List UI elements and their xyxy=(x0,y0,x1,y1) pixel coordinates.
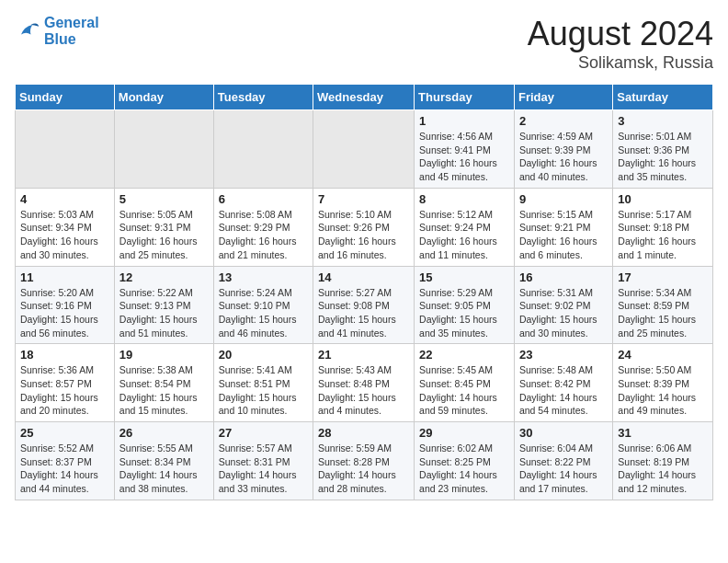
day-number: 5 xyxy=(119,192,209,206)
day-number: 7 xyxy=(318,192,409,206)
calendar-cell: 21Sunrise: 5:43 AM Sunset: 8:48 PM Dayli… xyxy=(313,344,415,422)
day-number: 19 xyxy=(119,348,209,362)
day-number: 18 xyxy=(20,348,109,362)
day-number: 27 xyxy=(219,426,308,440)
calendar-subtitle: Solikamsk, Russia xyxy=(528,53,713,73)
calendar-cell: 18Sunrise: 5:36 AM Sunset: 8:57 PM Dayli… xyxy=(16,344,115,422)
day-info: Sunrise: 5:17 AM Sunset: 9:18 PM Dayligh… xyxy=(618,208,708,262)
calendar-cell: 6Sunrise: 5:08 AM Sunset: 9:29 PM Daylig… xyxy=(213,188,313,266)
day-number: 10 xyxy=(618,192,708,206)
logo: General Blue xyxy=(15,15,99,47)
calendar-cell: 3Sunrise: 5:01 AM Sunset: 9:36 PM Daylig… xyxy=(613,110,713,189)
day-number: 6 xyxy=(219,192,308,206)
day-number: 21 xyxy=(318,348,409,362)
weekday-header-saturday: Saturday xyxy=(613,85,713,110)
day-number: 4 xyxy=(20,192,109,206)
calendar-cell: 12Sunrise: 5:22 AM Sunset: 9:13 PM Dayli… xyxy=(114,266,213,344)
day-number: 29 xyxy=(419,426,509,440)
day-info: Sunrise: 4:56 AM Sunset: 9:41 PM Dayligh… xyxy=(419,130,509,184)
calendar-cell: 19Sunrise: 5:38 AM Sunset: 8:54 PM Dayli… xyxy=(114,344,213,422)
calendar-cell: 13Sunrise: 5:24 AM Sunset: 9:10 PM Dayli… xyxy=(213,266,313,344)
day-info: Sunrise: 5:05 AM Sunset: 9:31 PM Dayligh… xyxy=(119,208,209,262)
day-info: Sunrise: 6:04 AM Sunset: 8:22 PM Dayligh… xyxy=(519,442,608,496)
calendar-cell: 15Sunrise: 5:29 AM Sunset: 9:05 PM Dayli… xyxy=(415,266,515,344)
calendar-cell: 28Sunrise: 5:59 AM Sunset: 8:28 PM Dayli… xyxy=(313,422,415,500)
calendar-cell: 1Sunrise: 4:56 AM Sunset: 9:41 PM Daylig… xyxy=(415,110,515,189)
calendar-cell: 10Sunrise: 5:17 AM Sunset: 9:18 PM Dayli… xyxy=(613,188,713,266)
day-number: 2 xyxy=(519,114,608,128)
day-info: Sunrise: 5:29 AM Sunset: 9:05 PM Dayligh… xyxy=(419,286,509,340)
calendar-cell xyxy=(16,110,115,189)
day-number: 8 xyxy=(419,192,509,206)
calendar-cell: 23Sunrise: 5:48 AM Sunset: 8:42 PM Dayli… xyxy=(514,344,612,422)
day-number: 28 xyxy=(318,426,409,440)
calendar-cell xyxy=(313,110,415,189)
logo-icon xyxy=(15,18,40,44)
calendar-cell: 7Sunrise: 5:10 AM Sunset: 9:26 PM Daylig… xyxy=(313,188,415,266)
day-info: Sunrise: 5:48 AM Sunset: 8:42 PM Dayligh… xyxy=(519,363,608,418)
day-info: Sunrise: 6:06 AM Sunset: 8:19 PM Dayligh… xyxy=(618,442,708,496)
day-info: Sunrise: 5:38 AM Sunset: 8:54 PM Dayligh… xyxy=(119,363,209,418)
day-info: Sunrise: 5:01 AM Sunset: 9:36 PM Dayligh… xyxy=(618,130,708,184)
day-info: Sunrise: 5:36 AM Sunset: 8:57 PM Dayligh… xyxy=(20,363,109,418)
day-info: Sunrise: 4:59 AM Sunset: 9:39 PM Dayligh… xyxy=(519,130,608,184)
day-number: 30 xyxy=(519,426,608,440)
day-info: Sunrise: 5:45 AM Sunset: 8:45 PM Dayligh… xyxy=(419,363,509,418)
calendar-cell: 27Sunrise: 5:57 AM Sunset: 8:31 PM Dayli… xyxy=(213,422,313,500)
weekday-header-wednesday: Wednesday xyxy=(313,85,415,110)
day-number: 13 xyxy=(219,270,308,284)
logo-text-line1: General xyxy=(44,15,99,31)
calendar-cell: 5Sunrise: 5:05 AM Sunset: 9:31 PM Daylig… xyxy=(114,188,213,266)
day-number: 20 xyxy=(219,348,308,362)
day-info: Sunrise: 5:57 AM Sunset: 8:31 PM Dayligh… xyxy=(219,442,308,496)
calendar-week-row: 11Sunrise: 5:20 AM Sunset: 9:16 PM Dayli… xyxy=(16,266,713,344)
calendar-week-row: 4Sunrise: 5:03 AM Sunset: 9:34 PM Daylig… xyxy=(16,188,713,266)
logo-text-line2: Blue xyxy=(44,31,99,48)
calendar-cell: 29Sunrise: 6:02 AM Sunset: 8:25 PM Dayli… xyxy=(415,422,515,500)
day-info: Sunrise: 5:24 AM Sunset: 9:10 PM Dayligh… xyxy=(219,286,308,340)
day-info: Sunrise: 5:10 AM Sunset: 9:26 PM Dayligh… xyxy=(318,208,409,262)
day-number: 22 xyxy=(419,348,509,362)
day-info: Sunrise: 5:20 AM Sunset: 9:16 PM Dayligh… xyxy=(20,286,109,340)
day-number: 23 xyxy=(519,348,608,362)
day-number: 14 xyxy=(318,270,409,284)
calendar-cell xyxy=(213,110,313,189)
calendar-cell: 22Sunrise: 5:45 AM Sunset: 8:45 PM Dayli… xyxy=(415,344,515,422)
day-info: Sunrise: 5:08 AM Sunset: 9:29 PM Dayligh… xyxy=(219,208,308,262)
calendar-cell: 8Sunrise: 5:12 AM Sunset: 9:24 PM Daylig… xyxy=(415,188,515,266)
calendar-cell: 24Sunrise: 5:50 AM Sunset: 8:39 PM Dayli… xyxy=(613,344,713,422)
day-number: 17 xyxy=(618,270,708,284)
day-info: Sunrise: 5:27 AM Sunset: 9:08 PM Dayligh… xyxy=(318,286,409,340)
day-info: Sunrise: 5:31 AM Sunset: 9:02 PM Dayligh… xyxy=(519,286,608,340)
day-number: 9 xyxy=(519,192,608,206)
weekday-header-row: SundayMondayTuesdayWednesdayThursdayFrid… xyxy=(16,85,713,110)
calendar-week-row: 1Sunrise: 4:56 AM Sunset: 9:41 PM Daylig… xyxy=(16,110,713,189)
calendar-cell: 11Sunrise: 5:20 AM Sunset: 9:16 PM Dayli… xyxy=(16,266,115,344)
calendar-cell: 31Sunrise: 6:06 AM Sunset: 8:19 PM Dayli… xyxy=(613,422,713,500)
day-info: Sunrise: 5:59 AM Sunset: 8:28 PM Dayligh… xyxy=(318,442,409,496)
day-number: 16 xyxy=(519,270,608,284)
day-info: Sunrise: 5:12 AM Sunset: 9:24 PM Dayligh… xyxy=(419,208,509,262)
calendar-table: SundayMondayTuesdayWednesdayThursdayFrid… xyxy=(15,84,713,500)
day-number: 1 xyxy=(419,114,509,128)
calendar-week-row: 25Sunrise: 5:52 AM Sunset: 8:37 PM Dayli… xyxy=(16,422,713,500)
day-info: Sunrise: 5:43 AM Sunset: 8:48 PM Dayligh… xyxy=(318,363,409,418)
day-info: Sunrise: 5:34 AM Sunset: 8:59 PM Dayligh… xyxy=(618,286,708,340)
calendar-cell: 25Sunrise: 5:52 AM Sunset: 8:37 PM Dayli… xyxy=(16,422,115,500)
weekday-header-friday: Friday xyxy=(514,85,612,110)
weekday-header-monday: Monday xyxy=(114,85,213,110)
calendar-cell: 20Sunrise: 5:41 AM Sunset: 8:51 PM Dayli… xyxy=(213,344,313,422)
calendar-cell: 16Sunrise: 5:31 AM Sunset: 9:02 PM Dayli… xyxy=(514,266,612,344)
calendar-cell: 9Sunrise: 5:15 AM Sunset: 9:21 PM Daylig… xyxy=(514,188,612,266)
day-info: Sunrise: 5:55 AM Sunset: 8:34 PM Dayligh… xyxy=(119,442,209,496)
day-info: Sunrise: 5:52 AM Sunset: 8:37 PM Dayligh… xyxy=(20,442,109,496)
day-info: Sunrise: 5:50 AM Sunset: 8:39 PM Dayligh… xyxy=(618,363,708,418)
day-number: 24 xyxy=(618,348,708,362)
day-number: 11 xyxy=(20,270,109,284)
day-number: 25 xyxy=(20,426,109,440)
calendar-cell: 14Sunrise: 5:27 AM Sunset: 9:08 PM Dayli… xyxy=(313,266,415,344)
calendar-cell: 26Sunrise: 5:55 AM Sunset: 8:34 PM Dayli… xyxy=(114,422,213,500)
day-number: 26 xyxy=(119,426,209,440)
day-number: 31 xyxy=(618,426,708,440)
day-info: Sunrise: 5:15 AM Sunset: 9:21 PM Dayligh… xyxy=(519,208,608,262)
